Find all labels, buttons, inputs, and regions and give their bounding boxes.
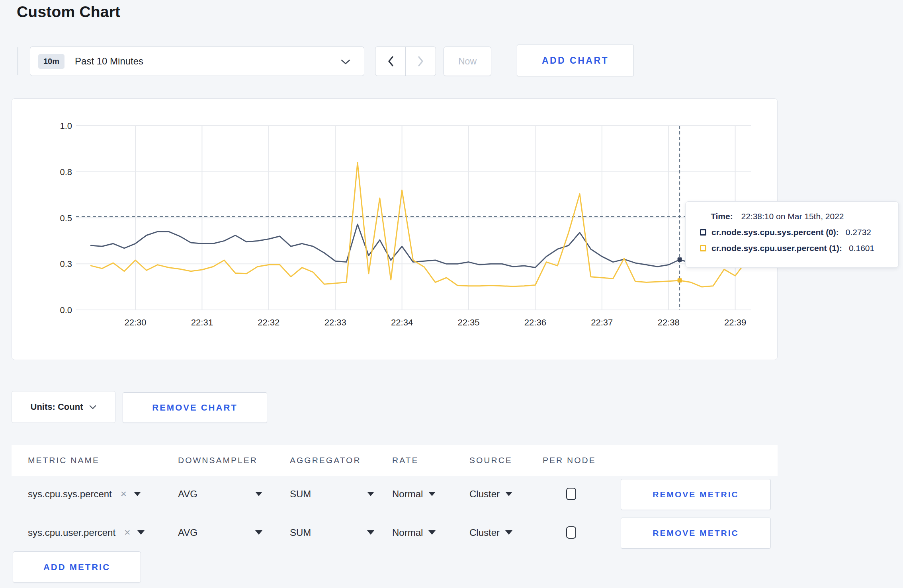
tooltip-time-value: 22:38:10 on Mar 15th, 2022 — [741, 212, 844, 221]
aggregator-value: SUM — [290, 489, 311, 500]
remove-metric-button[interactable]: REMOVE METRIC — [621, 479, 771, 510]
add-metric-button[interactable]: ADD METRIC — [13, 551, 141, 583]
metric-name-label: sys.cpu.sys.percent — [28, 489, 112, 500]
table-row: sys.cpu.sys.percent × AVG SUM Normal Clu… — [12, 476, 778, 512]
svg-text:22:30: 22:30 — [124, 317, 146, 327]
units-label: Units: Count — [31, 402, 83, 412]
dropdown-caret-icon — [367, 492, 374, 496]
page-title: Custom Chart — [17, 3, 120, 21]
svg-text:22:33: 22:33 — [324, 317, 346, 327]
rate-value: Normal — [392, 527, 423, 538]
time-range-badge: 10m — [38, 54, 64, 69]
column-header-per-node: PER NODE — [543, 445, 596, 476]
now-button[interactable]: Now — [444, 47, 491, 76]
source-select[interactable]: Cluster — [469, 514, 512, 551]
clear-metric-icon[interactable]: × — [124, 526, 130, 539]
time-nav-group — [375, 47, 436, 76]
time-range-select[interactable]: 10m Past 10 Minutes — [30, 47, 364, 76]
aggregator-select[interactable]: SUM — [290, 514, 374, 551]
per-node-checkbox[interactable] — [566, 526, 576, 539]
tooltip-series-row: cr.node.sys.cpu.user.percent (1): 0.1601 — [700, 243, 898, 253]
svg-text:0.3: 0.3 — [60, 259, 72, 269]
tooltip-series-value: 0.1601 — [849, 243, 874, 253]
add-chart-button[interactable]: ADD CHART — [517, 45, 634, 76]
rate-select[interactable]: Normal — [392, 476, 436, 512]
column-header-source: SOURCE — [469, 445, 512, 476]
column-header-aggregator: AGGREGATOR — [290, 445, 361, 476]
tooltip-series-value: 0.2732 — [846, 228, 871, 237]
dropdown-caret-icon — [255, 492, 262, 496]
timeseries-chart: 0.00.30.50.81.022:3022:3122:3222:3322:34… — [12, 99, 777, 359]
dropdown-caret-icon — [428, 530, 436, 535]
table-row: sys.cpu.user.percent × AVG SUM Normal Cl… — [12, 513, 778, 549]
aggregator-select[interactable]: SUM — [290, 476, 374, 512]
rate-value: Normal — [392, 489, 423, 500]
dropdown-caret-icon — [505, 530, 512, 535]
downsampler-select[interactable]: AVG — [178, 514, 262, 551]
column-header-rate: RATE — [392, 445, 418, 476]
svg-text:1.0: 1.0 — [60, 121, 72, 131]
source-value: Cluster — [469, 489, 500, 500]
downsampler-value: AVG — [178, 527, 197, 538]
svg-text:22:37: 22:37 — [591, 317, 613, 327]
chart-panel[interactable]: 0.00.30.50.81.022:3022:3122:3222:3322:34… — [12, 98, 778, 360]
svg-text:0.8: 0.8 — [60, 167, 72, 177]
svg-text:22:32: 22:32 — [258, 317, 280, 327]
next-time-button[interactable] — [406, 47, 436, 76]
metric-name-select[interactable]: sys.cpu.user.percent × — [28, 514, 145, 551]
downsampler-select[interactable]: AVG — [178, 476, 262, 512]
svg-text:0.5: 0.5 — [60, 213, 72, 223]
series-swatch-icon — [700, 229, 706, 236]
svg-text:22:31: 22:31 — [191, 317, 213, 327]
column-header-downsampler: DOWNSAMPLER — [178, 445, 258, 476]
toolbar-divider — [18, 47, 18, 75]
prev-time-button[interactable] — [375, 47, 406, 76]
chevron-down-icon — [89, 405, 96, 409]
rate-select[interactable]: Normal — [392, 514, 436, 551]
dropdown-caret-icon — [505, 492, 512, 496]
svg-text:0.0: 0.0 — [60, 305, 72, 315]
metrics-table-header: METRIC NAME DOWNSAMPLER AGGREGATOR RATE … — [12, 445, 778, 476]
dropdown-caret-icon — [137, 530, 145, 535]
tooltip-time-label: Time: — [711, 212, 733, 221]
tooltip-time-row: Time: 22:38:10 on Mar 15th, 2022 — [711, 212, 898, 221]
metric-name-label: sys.cpu.user.percent — [28, 527, 115, 538]
chevron-right-icon — [418, 56, 424, 67]
per-node-checkbox[interactable] — [566, 488, 576, 500]
source-select[interactable]: Cluster — [469, 476, 512, 512]
source-value: Cluster — [469, 527, 500, 538]
tooltip-series-label: cr.node.sys.cpu.sys.percent (0): — [711, 228, 839, 237]
dropdown-caret-icon — [428, 492, 436, 496]
units-select[interactable]: Units: Count — [12, 391, 115, 423]
chevron-down-icon — [341, 59, 350, 64]
tooltip-series-row: cr.node.sys.cpu.sys.percent (0): 0.2732 — [700, 228, 898, 237]
svg-text:22:38: 22:38 — [658, 317, 680, 327]
dropdown-caret-icon — [367, 530, 374, 535]
dropdown-caret-icon — [255, 530, 262, 535]
tooltip-series-label: cr.node.sys.cpu.user.percent (1): — [711, 243, 842, 253]
remove-chart-button[interactable]: REMOVE CHART — [123, 392, 267, 423]
metric-name-select[interactable]: sys.cpu.sys.percent × — [28, 476, 141, 512]
chevron-left-icon — [387, 56, 394, 67]
chart-tooltip: Time: 22:38:10 on Mar 15th, 2022 cr.node… — [685, 201, 899, 268]
svg-text:22:36: 22:36 — [524, 317, 546, 327]
column-header-metric-name: METRIC NAME — [28, 445, 100, 476]
clear-metric-icon[interactable]: × — [121, 488, 127, 500]
remove-metric-button[interactable]: REMOVE METRIC — [621, 518, 771, 549]
dropdown-caret-icon — [134, 492, 141, 496]
svg-text:22:35: 22:35 — [457, 317, 479, 327]
downsampler-value: AVG — [178, 489, 197, 500]
time-range-label: Past 10 Minutes — [75, 56, 143, 67]
series-swatch-icon — [700, 245, 706, 251]
aggregator-value: SUM — [290, 527, 311, 538]
svg-text:22:34: 22:34 — [391, 317, 413, 327]
svg-text:22:39: 22:39 — [724, 317, 746, 327]
